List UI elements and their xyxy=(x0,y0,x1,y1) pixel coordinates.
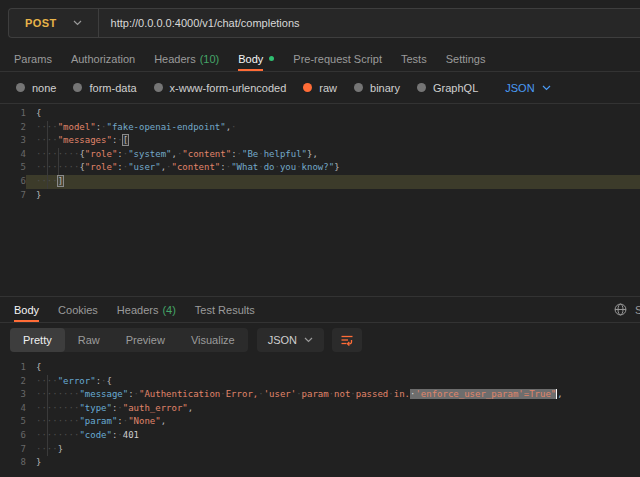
postman-app: POST http://0.0.0.0:4000/v1/chat/complet… xyxy=(0,0,640,477)
url-bar: POST http://0.0.0.0:4000/v1/chat/complet… xyxy=(8,8,640,38)
code-token: "code" xyxy=(79,430,112,440)
view-mode-pretty[interactable]: Pretty xyxy=(10,328,65,352)
response-view-modes: PrettyRawPreviewVisualize xyxy=(10,328,248,352)
indent-guide xyxy=(47,161,48,175)
line-number: 3 xyxy=(0,388,26,402)
tab-label: Body xyxy=(14,304,39,316)
code-text: { xyxy=(26,361,640,375)
whitespace-dot: · xyxy=(296,162,301,172)
code-line[interactable]: 6····] xyxy=(0,175,640,189)
line-number: 5 xyxy=(0,161,26,175)
code-line[interactable]: 4········{"role":·"system",·"content":·"… xyxy=(0,148,640,162)
body-mode-form-data[interactable]: form-data xyxy=(73,82,136,94)
tab-pre-request-script[interactable]: Pre-request Script xyxy=(293,46,382,71)
code-line[interactable]: 6········"code":·401 xyxy=(0,429,640,443)
line-number: 7 xyxy=(0,443,26,457)
code-line[interactable]: 2····"error":·{ xyxy=(0,375,640,389)
code-token: "content" xyxy=(182,149,231,159)
tab-headers[interactable]: Headers(4) xyxy=(117,297,176,322)
whitespace-dot: · xyxy=(350,389,355,399)
view-mode-visualize[interactable]: Visualize xyxy=(178,328,248,352)
code-token: "content" xyxy=(172,162,221,172)
code-token: "Authentication·Error,·'user'·param·not·… xyxy=(139,389,410,399)
code-token: "error" xyxy=(58,376,96,386)
method-label: POST xyxy=(25,17,57,29)
code-line[interactable]: 1{ xyxy=(0,361,640,375)
code-text: } xyxy=(26,189,640,203)
code-token: , xyxy=(557,389,562,399)
tab-label: Tests xyxy=(401,53,427,65)
code-line[interactable]: 5········"param":·"None", xyxy=(0,415,640,429)
body-mode-x-www-form-urlencoded[interactable]: x-www-form-urlencoded xyxy=(154,82,287,94)
request-body-editor[interactable]: 1{2····"model":·"fake-openai-endpoint",·… xyxy=(0,103,640,296)
response-language-selector[interactable]: JSON xyxy=(257,328,324,352)
code-line[interactable]: 1{ xyxy=(0,107,640,121)
tab-params[interactable]: Params xyxy=(14,46,52,71)
radio-icon xyxy=(303,83,312,92)
view-mode-preview[interactable]: Preview xyxy=(113,328,178,352)
code-token: } xyxy=(334,162,339,172)
code-token: "system" xyxy=(128,149,171,159)
tab-settings[interactable]: Settings xyxy=(446,46,486,71)
code-token: "fake-openai-endpoint" xyxy=(106,122,225,132)
body-mode-raw[interactable]: raw xyxy=(303,82,337,94)
code-token: ·'enforce_user_param'=True" xyxy=(410,389,556,399)
code-line[interactable]: 2····"model":·"fake-openai-endpoint",· xyxy=(0,121,640,135)
body-mode-graphql[interactable]: GraphQL xyxy=(417,82,478,94)
line-number: 2 xyxy=(0,121,26,135)
beautify-icon xyxy=(340,334,354,347)
response-header-right: S xyxy=(614,297,640,322)
code-line[interactable]: 5········{"role":·"user",·"content":·"Wh… xyxy=(0,161,640,175)
whitespace-dot: · xyxy=(275,162,280,172)
code-token: ········ xyxy=(36,389,79,399)
body-mode-row: noneform-datax-www-form-urlencodedrawbin… xyxy=(0,72,640,103)
line-number: 6 xyxy=(0,175,26,189)
tab-label: Headers xyxy=(117,304,159,316)
body-mode-binary[interactable]: binary xyxy=(354,82,400,94)
code-text: ····"messages":·[ xyxy=(26,134,640,148)
code-line[interactable]: 3····"messages":·[ xyxy=(0,134,640,148)
tab-authorization[interactable]: Authorization xyxy=(71,46,135,71)
tab-label: Authorization xyxy=(71,53,135,65)
whitespace-dot: · xyxy=(410,389,415,399)
tab-body[interactable]: Body xyxy=(14,297,39,322)
line-number: 1 xyxy=(0,361,26,375)
code-token: [ xyxy=(123,135,128,145)
method-selector[interactable]: POST xyxy=(9,17,98,29)
code-line[interactable]: 8} xyxy=(0,456,640,470)
response-body-editor[interactable]: 1{2····"error":·{3········"message":·"Au… xyxy=(0,357,640,477)
code-token: { xyxy=(36,108,41,118)
url-input[interactable]: http://0.0.0.0:4000/v1/chat/completions xyxy=(99,17,300,29)
code-line[interactable]: 7} xyxy=(0,189,640,203)
code-line[interactable]: 4········"type":·"auth_error", xyxy=(0,402,640,416)
code-line[interactable]: 7····} xyxy=(0,443,640,457)
code-token: "None" xyxy=(128,416,161,426)
code-token: }, xyxy=(307,149,318,159)
request-tabs: ParamsAuthorizationHeaders(10)BodyPre-re… xyxy=(0,46,640,72)
tab-tests[interactable]: Tests xyxy=(401,46,427,71)
code-token: "message" xyxy=(79,389,128,399)
unsaved-dot xyxy=(269,56,274,61)
code-line[interactable]: 3········"message":·"Authentication·Erro… xyxy=(0,388,640,402)
code-text: ····"error":·{ xyxy=(26,375,640,389)
line-number: 2 xyxy=(0,375,26,389)
view-mode-raw[interactable]: Raw xyxy=(65,328,113,352)
tab-body[interactable]: Body xyxy=(238,46,274,71)
body-modes: noneform-datax-www-form-urlencodedrawbin… xyxy=(16,82,495,94)
request-language-selector[interactable]: JSON xyxy=(505,82,550,94)
globe-icon[interactable] xyxy=(614,303,627,316)
indent-guide xyxy=(47,175,48,189)
tab-test-results[interactable]: Test Results xyxy=(195,297,255,322)
tab-headers[interactable]: Headers(10) xyxy=(154,46,219,71)
tab-cookies[interactable]: Cookies xyxy=(58,297,98,322)
body-mode-label: binary xyxy=(370,82,400,94)
line-number: 5 xyxy=(0,415,26,429)
beautify-button[interactable] xyxy=(332,328,362,352)
radio-icon xyxy=(354,83,363,92)
body-mode-none[interactable]: none xyxy=(16,82,56,94)
line-number: 4 xyxy=(0,148,26,162)
code-text: ····"model":·"fake-openai-endpoint",· xyxy=(26,121,640,135)
indent-guide xyxy=(47,388,48,402)
code-token: 401 xyxy=(123,430,139,440)
tab-count: (10) xyxy=(200,53,220,65)
